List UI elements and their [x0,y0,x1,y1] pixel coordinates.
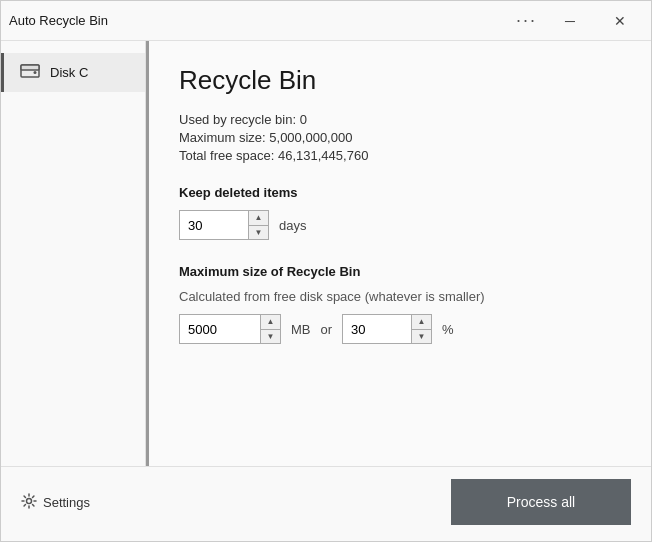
close-button[interactable]: ✕ [597,5,643,37]
settings-label: Settings [43,495,90,510]
svg-point-2 [34,71,37,74]
percent-unit: % [442,322,454,337]
keep-deleted-label: Keep deleted items [179,185,621,200]
percent-down-button[interactable]: ▼ [412,330,431,344]
percent-up-button[interactable]: ▲ [412,315,431,330]
title-bar-controls: ··· ─ ✕ [510,5,643,37]
minimize-button[interactable]: ─ [547,5,593,37]
process-all-button[interactable]: Process all [451,479,631,525]
svg-rect-1 [21,65,39,70]
mb-input[interactable] [180,315,260,343]
footer: Settings Process all [1,466,651,541]
max-size-desc: Calculated from free disk space (whateve… [179,289,621,304]
percent-arrows: ▲ ▼ [411,315,431,343]
max-size-section: Maximum size of Recycle Bin Calculated f… [179,264,621,344]
keep-days-row: ▲ ▼ days [179,210,621,240]
mb-down-button[interactable]: ▼ [261,330,280,344]
main-content: Disk C Recycle Bin Used by recycle bin: … [1,41,651,466]
keep-deleted-section: Keep deleted items ▲ ▼ days [179,185,621,240]
app-window: Auto Recycle Bin ··· ─ ✕ Disk C [0,0,652,542]
keep-days-up-button[interactable]: ▲ [249,211,268,226]
title-bar-left: Auto Recycle Bin [9,13,108,28]
percent-spinner[interactable]: ▲ ▼ [342,314,432,344]
page-heading: Recycle Bin [179,65,621,96]
keep-days-unit: days [279,218,306,233]
max-size-row: ▲ ▼ MB or ▲ ▼ % [179,314,621,344]
mb-unit: MB [291,322,311,337]
total-free-space-info: Total free space: 46,131,445,760 [179,148,621,163]
mb-up-button[interactable]: ▲ [261,315,280,330]
max-size-label: Maximum size of Recycle Bin [179,264,621,279]
content-area: Recycle Bin Used by recycle bin: 0 Maxim… [149,41,651,466]
sidebar-item-label: Disk C [50,65,88,80]
sidebar: Disk C [1,41,146,466]
percent-input[interactable] [343,315,411,343]
settings-gear-icon [21,493,37,512]
mb-arrows: ▲ ▼ [260,315,280,343]
used-by-recycle-bin: Used by recycle bin: 0 [179,112,621,127]
title-bar: Auto Recycle Bin ··· ─ ✕ [1,1,651,41]
settings-link[interactable]: Settings [21,493,90,512]
svg-point-3 [27,498,32,503]
keep-days-spinner[interactable]: ▲ ▼ [179,210,269,240]
disk-icon [20,61,40,84]
keep-days-arrows: ▲ ▼ [248,211,268,239]
more-options-icon[interactable]: ··· [510,10,543,31]
maximum-size-info: Maximum size: 5,000,000,000 [179,130,621,145]
keep-days-down-button[interactable]: ▼ [249,226,268,240]
app-title: Auto Recycle Bin [9,13,108,28]
or-label: or [321,322,333,337]
sidebar-item-disk-c[interactable]: Disk C [1,53,145,92]
mb-spinner[interactable]: ▲ ▼ [179,314,281,344]
keep-days-input[interactable] [180,211,248,239]
